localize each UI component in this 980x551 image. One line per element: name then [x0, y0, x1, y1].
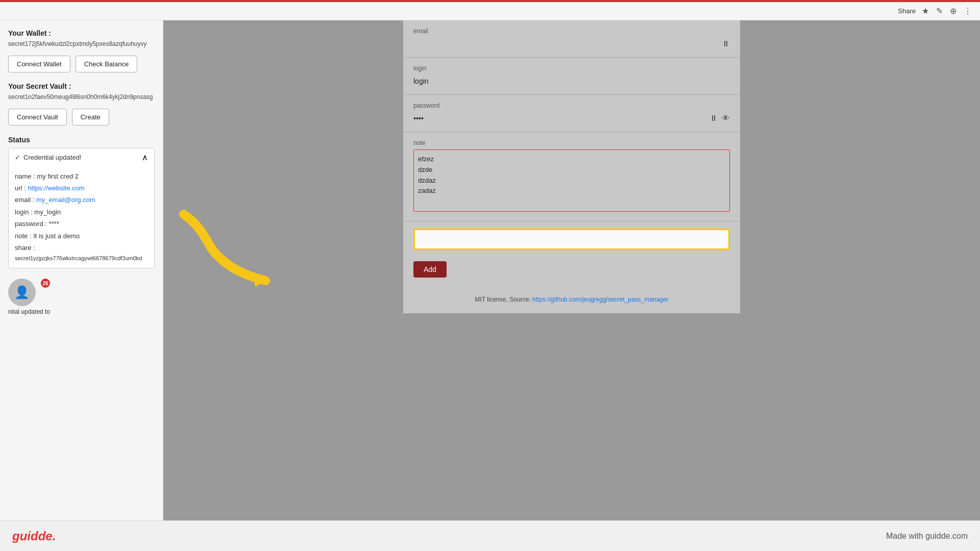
notif-area: 👤 26 ntial updated to [8, 279, 50, 315]
password-format-icon: ⏸ [709, 114, 718, 123]
status-url: url : https://website.com [15, 182, 148, 194]
login-input-row [413, 75, 730, 87]
guidde-tagline: Made with guidde.com [886, 532, 968, 541]
status-content: name : my first cred 2 url : https://web… [9, 166, 154, 268]
vault-label: Your Secret Vault : [8, 82, 71, 90]
email-field-container: email ⏸ [403, 20, 740, 58]
partial-notif-text: ntial updated to [8, 308, 50, 315]
chevron-up-icon[interactable] [142, 153, 148, 162]
status-title: Status [8, 136, 155, 144]
login-input[interactable] [413, 75, 730, 87]
status-box: Credential updated! name : my first cred… [8, 148, 155, 269]
vault-section: Your Secret Vault : secret1n2faev50meug4… [8, 82, 155, 102]
email-input[interactable] [413, 38, 718, 50]
share-input[interactable] [413, 229, 730, 250]
main-content: email ⏸ login password ⏸ 👁 note ef [163, 20, 980, 520]
status-url-link[interactable]: https://website.com [28, 184, 84, 192]
wallet-address: secret172j5kfvwkudzl2cpxtmdy5pxes8azqfuu… [8, 40, 155, 48]
vault-buttons: Connect Vault Create [8, 109, 155, 126]
vault-address: secret1n2faev50meug48l6sn0h0m6k4ykj2dn9p… [8, 93, 155, 102]
check-icon [15, 154, 20, 161]
status-password: password : **** [15, 218, 148, 230]
status-email: email : my_email@org.com [15, 194, 148, 206]
create-button[interactable]: Create [72, 109, 109, 126]
footer-link-area: MIT license, Source: https://github.com/… [403, 296, 740, 313]
email-input-row: ⏸ [413, 38, 730, 50]
status-section: Status Credential updated! name : my fir… [8, 136, 155, 269]
wallet-section: Your Wallet : secret172j5kfvwkudzl2cpxtm… [8, 29, 155, 48]
sidebar: Your Wallet : secret172j5kfvwkudzl2cpxtm… [0, 20, 163, 520]
note-field-container: note efzez dzde dzdaz zadaz [403, 132, 740, 221]
password-label: password [413, 102, 730, 109]
email-icon: ⏸ [722, 39, 730, 48]
note-label: note [413, 139, 730, 146]
status-share: share : secret1yzjpzjks776wkxtrcagywt667… [15, 242, 148, 264]
more-icon[interactable]: ⋮ [964, 6, 972, 16]
status-header[interactable]: Credential updated! [9, 148, 154, 166]
share-label: Share [898, 7, 916, 15]
status-badge: Credential updated! [15, 154, 81, 161]
share-button[interactable]: Share [898, 7, 916, 15]
wallet-buttons: Connect Wallet Check Balance [8, 56, 155, 72]
wallet-label: Your Wallet : [8, 29, 51, 37]
password-toggle-icon[interactable]: 👁 [722, 114, 730, 123]
status-login: login : my_login [15, 206, 148, 218]
notif-avatar: 👤 [8, 279, 36, 306]
email-label: email [413, 28, 730, 35]
status-badge-text: Credential updated! [23, 154, 81, 161]
header-bar: Share ★ ✎ ⊕ ⋮ [0, 2, 980, 20]
login-label: login [413, 65, 730, 72]
check-balance-button[interactable]: Check Balance [76, 56, 137, 72]
source-link[interactable]: https://github.com/jeugregg/secret_pass_… [532, 296, 669, 303]
add-btn-row: Add [403, 257, 740, 286]
bottom-bar: guidde. Made with guidde.com [0, 520, 980, 551]
password-field-container: password ⏸ 👁 [403, 95, 740, 132]
star-icon[interactable]: ★ [922, 6, 929, 16]
connect-vault-button[interactable]: Connect Vault [8, 109, 67, 126]
login-field-container: login [403, 58, 740, 95]
header-icons: ★ ✎ ⊕ ⋮ [922, 6, 972, 16]
share-field-container [403, 221, 740, 257]
license-text: MIT license, Source: [475, 296, 532, 303]
notif-badge: 26 [41, 279, 50, 288]
password-input[interactable] [413, 112, 705, 124]
note-textarea[interactable]: efzez dzde dzdaz zadaz [413, 149, 730, 212]
form-card: email ⏸ login password ⏸ 👁 note ef [403, 20, 740, 313]
connect-wallet-button[interactable]: Connect Wallet [8, 56, 70, 72]
status-email-link[interactable]: my_email@org.com [36, 196, 95, 204]
github-icon[interactable]: ⊕ [950, 6, 957, 16]
edit-icon[interactable]: ✎ [936, 6, 943, 16]
status-note: note : It is just a demo [15, 230, 148, 242]
password-input-row: ⏸ 👁 [413, 112, 730, 124]
status-name: name : my first cred 2 [15, 170, 148, 182]
guidde-logo: guidde. [12, 529, 56, 543]
add-button[interactable]: Add [413, 261, 447, 278]
